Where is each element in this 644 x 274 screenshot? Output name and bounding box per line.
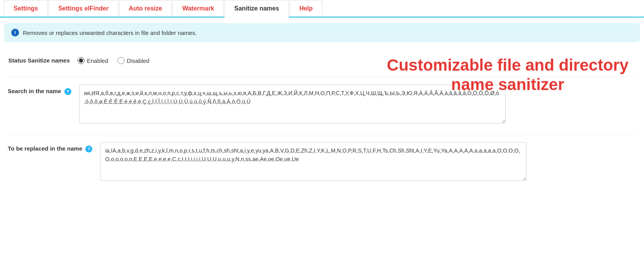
radio-disabled-label: Disabled (127, 57, 149, 64)
radio-disabled[interactable]: Disabled (117, 57, 149, 64)
tab-sanitize-names[interactable]: Sanitize names (224, 0, 289, 17)
radio-enabled[interactable]: Enabled (78, 57, 108, 64)
radio-disabled-input[interactable] (117, 57, 124, 64)
search-textarea[interactable] (79, 85, 506, 123)
info-icon: i (11, 29, 19, 36)
info-banner: i Removes or replaces unwanted character… (5, 24, 639, 42)
tab-auto-resize[interactable]: Auto resize (119, 0, 172, 17)
tab-settings[interactable]: Settings (4, 0, 48, 17)
separator-1 (8, 76, 636, 77)
status-sanitize-label: Status Sanitize names (8, 54, 78, 64)
replace-help-icon[interactable]: ? (85, 146, 92, 153)
search-field-wrap (79, 85, 636, 125)
search-name-label: Search in the name ? (8, 85, 79, 95)
tab-help[interactable]: Help (290, 0, 323, 17)
main-content: Customizable file and directory name san… (0, 48, 644, 198)
radio-enabled-input[interactable] (78, 57, 85, 64)
info-text: Removes or replaces unwanted characters … (23, 29, 197, 36)
separator-2 (8, 134, 636, 134)
search-help-icon[interactable]: ? (64, 88, 71, 95)
replace-textarea[interactable] (100, 142, 527, 181)
replace-name-row: To be replaced in the name ? (8, 142, 636, 182)
replace-field-wrap (100, 142, 636, 182)
search-name-row: Search in the name ? (8, 85, 636, 125)
radio-enabled-label: Enabled (87, 57, 108, 64)
tab-settings-elfinder[interactable]: Settings elFinder (48, 0, 118, 17)
tab-watermark[interactable]: Watermark (173, 0, 224, 17)
replace-label-text: To be replaced in the name (8, 145, 82, 152)
tab-bar: Settings Settings elFinder Auto resize W… (0, 0, 644, 17)
search-label-text: Search in the name (8, 88, 61, 94)
replace-name-label: To be replaced in the name ? (8, 142, 100, 153)
radio-group: Enabled Disabled (78, 54, 149, 64)
status-sanitize-row: Status Sanitize names Enabled Disabled (8, 54, 636, 70)
